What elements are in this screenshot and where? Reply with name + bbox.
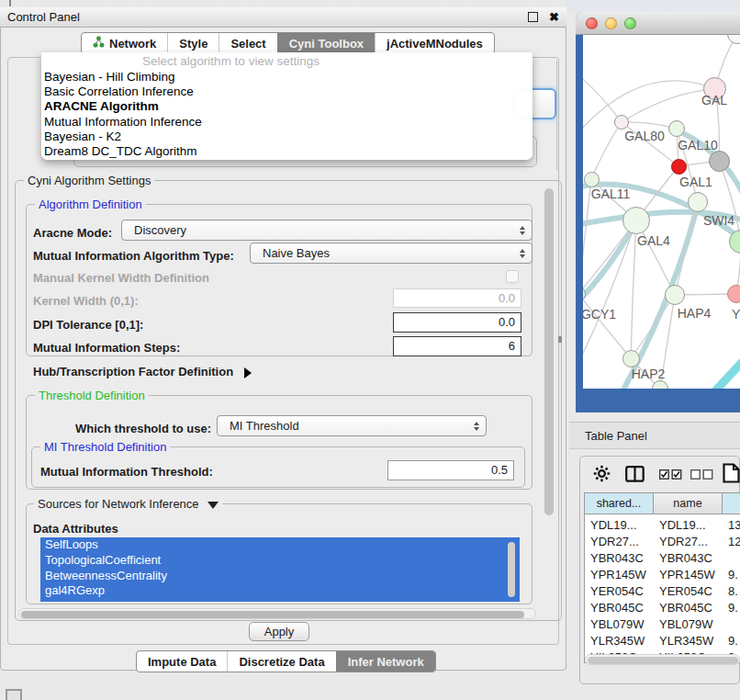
- which-threshold-combo[interactable]: MI Threshold: [217, 415, 487, 436]
- tab-impute-data[interactable]: Impute Data: [137, 651, 227, 672]
- tab-cyni-toolbox[interactable]: Cyni Toolbox: [277, 33, 375, 53]
- desktop-strip: [566, 0, 740, 12]
- cell: YBL079W: [654, 616, 723, 633]
- tab-network[interactable]: Network: [82, 33, 167, 53]
- node-gal80[interactable]: [614, 115, 629, 130]
- node-gal4[interactable]: [622, 207, 650, 234]
- cyni-algorithm-settings-title: Cyni Algorithm Settings: [24, 174, 154, 187]
- node-salmon[interactable]: [727, 285, 740, 303]
- tab-jactivemnodules[interactable]: jActiveMNodules: [375, 33, 494, 53]
- minimized-panel-icon[interactable]: [6, 689, 22, 700]
- hub-definition-toggle[interactable]: Hub/Transcription Factor Definition: [33, 365, 252, 378]
- cell: YBR043C: [585, 550, 654, 567]
- threshold-definition-title: Threshold Definition: [35, 389, 149, 402]
- column-header-name[interactable]: name: [654, 493, 723, 514]
- table-horizontal-scrollbar-track[interactable]: [585, 654, 740, 665]
- tab-infer-network[interactable]: Infer Network: [336, 651, 435, 672]
- node-gal10[interactable]: [668, 120, 685, 137]
- node-hap4[interactable]: [665, 285, 685, 305]
- splitter-handle[interactable]: [558, 336, 562, 343]
- aracne-mode-combo[interactable]: Discovery: [121, 220, 533, 241]
- cell: YBL079W: [585, 616, 654, 633]
- algorithm-option-aracne[interactable]: ARACNE Algorithm: [41, 99, 533, 114]
- table-panel-title: Table Panel: [585, 429, 647, 443]
- node-label-gcy1: GCY1: [583, 307, 616, 322]
- tab-select[interactable]: Select: [219, 33, 276, 53]
- algorithm-option-bayesian-k2[interactable]: Bayesian - K2: [41, 130, 533, 144]
- cell: 8.: [723, 583, 740, 600]
- cell: 12: [723, 534, 740, 550]
- node-table[interactable]: shared... name A YDL19... YDL19... 13 YD…: [584, 492, 740, 663]
- table-row[interactable]: YER054C YER054C 8.: [585, 583, 740, 600]
- node-label-gal1: GAL1: [679, 175, 712, 189]
- manual-kernel-width-checkbox[interactable]: [506, 270, 519, 283]
- network-canvas[interactable]: GAL GAL80 GAL10 GAL1 GAL11 SWI4 GAL4 GCY…: [583, 35, 740, 389]
- sources-toggle[interactable]: Sources for Network Inference: [34, 497, 222, 511]
- algorithm-option-bayesian-hill-climbing[interactable]: Bayesian - Hill Climbing: [41, 70, 533, 85]
- node-label-y-cut: Y: [732, 307, 740, 322]
- cell: [723, 550, 740, 567]
- table-horizontal-scrollbar-thumb[interactable]: [588, 657, 738, 664]
- algorithm-option-basic-correlation[interactable]: Basic Correlation Inference: [41, 85, 533, 99]
- node-swi4-left[interactable]: [688, 192, 708, 212]
- algorithm-option-mutual-information[interactable]: Mutual Information Inference: [41, 115, 533, 130]
- hub-definition-label: Hub/Transcription Factor Definition: [33, 365, 233, 378]
- column-header-shared-name[interactable]: shared...: [585, 493, 654, 514]
- data-attributes-list[interactable]: SelfLoops TopologicalCoefficient Between…: [40, 537, 520, 602]
- table-panel-titlebar: Table Panel: [569, 422, 740, 449]
- network-window-titlebar[interactable]: [576, 12, 740, 35]
- mi-threshold-field[interactable]: 0.5: [387, 460, 514, 480]
- table-row[interactable]: YPR145W YPR145W 9.: [585, 567, 740, 583]
- tab-select-label: Select: [230, 37, 265, 51]
- column-selector-icon[interactable]: [625, 466, 645, 482]
- node-gal1[interactable]: [671, 159, 687, 175]
- float-panel-icon[interactable]: [528, 12, 538, 22]
- list-item-gal4rgexp[interactable]: gal4RGexp: [40, 583, 520, 599]
- settings-horizontal-scrollbar-track[interactable]: [18, 608, 536, 619]
- kernel-width-field[interactable]: 0.0: [393, 288, 521, 308]
- tab-style[interactable]: Style: [167, 33, 219, 53]
- node-gray[interactable]: [709, 151, 730, 172]
- tab-cyni-toolbox-label: Cyni Toolbox: [289, 37, 364, 51]
- close-window-icon[interactable]: [586, 17, 598, 29]
- table-row[interactable]: YBR043C YBR043C: [585, 550, 740, 567]
- table-row[interactable]: YBR045C YBR045C 9.: [585, 600, 740, 616]
- dpi-tolerance-field[interactable]: 0.0: [393, 312, 521, 333]
- tab-impute-data-label: Impute Data: [148, 655, 216, 669]
- cell: 9.: [723, 600, 740, 616]
- tab-discretize-data[interactable]: Discretize Data: [227, 651, 335, 672]
- node-hap2[interactable]: [622, 350, 640, 367]
- node-gal11[interactable]: [584, 172, 600, 187]
- table-row[interactable]: YLR345W YLR345W 9.: [585, 633, 740, 649]
- column-header-partial[interactable]: A: [723, 493, 740, 514]
- control-panel-tabstrip: Network Style Select Cyni Toolbox jActiv…: [81, 32, 495, 54]
- list-item-topologicalcoefficient[interactable]: TopologicalCoefficient: [40, 553, 520, 569]
- zoom-window-icon[interactable]: [624, 17, 636, 29]
- list-item-selfloops[interactable]: SelfLoops: [40, 537, 520, 553]
- close-panel-icon[interactable]: ✖: [549, 11, 559, 23]
- mi-algorithm-type-combo[interactable]: Naive Bayes: [250, 243, 533, 264]
- cell: YBR043C: [654, 550, 723, 567]
- settings-vertical-scrollbar[interactable]: [544, 188, 554, 515]
- export-table-icon[interactable]: [723, 463, 740, 483]
- mi-steps-field[interactable]: 6: [393, 336, 521, 356]
- table-settings-gear-icon[interactable]: [593, 465, 611, 482]
- table-row[interactable]: YBL079W YBL079W: [585, 616, 740, 633]
- which-threshold-value: MI Threshold: [230, 419, 299, 433]
- algorithm-option-dream8[interactable]: Dream8 DC_TDC Algorithm: [41, 144, 533, 159]
- list-item-betweennesscentrality[interactable]: BetweennessCentrality: [40, 569, 520, 584]
- algorithm-definition-title: Algorithm Definition: [35, 198, 146, 211]
- cell: YBR045C: [654, 600, 723, 616]
- cell: YBR045C: [585, 600, 654, 616]
- deselect-all-checkboxes-icon[interactable]: [690, 469, 713, 480]
- table-row[interactable]: YDR27... YDR27... 12: [585, 534, 740, 550]
- aracne-mode-label: Aracne Mode:: [33, 226, 112, 240]
- groupbox-edge: [556, 61, 557, 171]
- table-row[interactable]: YDL19... YDL19... 13: [585, 517, 740, 534]
- minimize-window-icon[interactable]: [605, 17, 617, 29]
- settings-horizontal-scrollbar-thumb[interactable]: [21, 611, 524, 618]
- attributes-list-scrollbar[interactable]: [508, 542, 515, 597]
- select-all-checkboxes-icon[interactable]: [659, 469, 682, 480]
- data-attributes-label: Data Attributes: [33, 522, 118, 536]
- apply-button[interactable]: Apply: [249, 622, 309, 641]
